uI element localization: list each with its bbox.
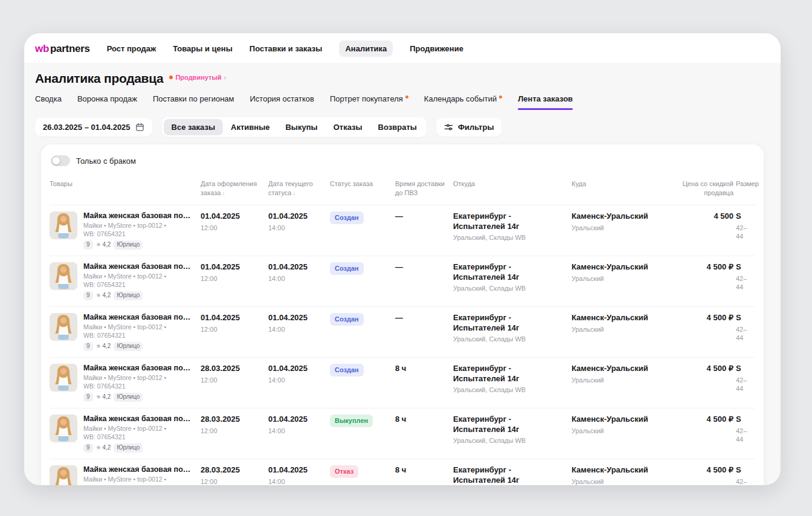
product-image[interactable] [50, 414, 77, 442]
from-region: Уральский, Склады WB [453, 436, 564, 445]
to-region: Уральский [572, 427, 671, 435]
tab-events-calendar[interactable]: Календарь событий [424, 94, 502, 110]
product-wb-code: WB: 07654321 [83, 230, 193, 238]
product-image[interactable] [50, 313, 77, 341]
price-cell: 4 500 ₽ [678, 262, 736, 300]
product-image[interactable] [50, 465, 77, 485]
to-location: Каменск-Уральский [572, 414, 671, 425]
from-location: Екатеринбург - Испытателей 14г [453, 364, 564, 384]
from-cell: Екатеринбург - Испытателей 14г Уральский… [453, 262, 572, 300]
quantity-badge: 9 [83, 291, 93, 300]
table-row[interactable]: Майка женская базовая под пи... Майки • … [50, 205, 755, 256]
table-row[interactable]: Майка женская базовая под пи... Майки • … [50, 408, 755, 459]
product-name[interactable]: Майка женская базовая под пи... [83, 313, 193, 322]
filter-buyouts[interactable]: Выкупы [277, 119, 325, 135]
tab-buyer-portrait[interactable]: Портрет покупателя [330, 94, 408, 110]
from-region: Уральский, Склады WB [453, 385, 564, 394]
table-row[interactable]: Майка женская базовая под пи... Майки • … [50, 459, 755, 485]
size-value: S [736, 262, 748, 273]
filter-declines[interactable]: Отказы [326, 119, 370, 135]
order-status-badge: Создан [330, 364, 364, 376]
delivery-time-cell: 8 ч [395, 414, 453, 453]
product-badges: 9 ★4,2 Юрлицо [83, 393, 193, 402]
size-cell: S 42–44 [736, 414, 755, 453]
tab-sales-funnel[interactable]: Воронка продаж [77, 94, 137, 110]
product-meta: Майки • MyStore • top-0012 • [83, 425, 193, 433]
column-header-to: Куда [572, 175, 678, 205]
filter-active[interactable]: Активные [223, 119, 277, 135]
delivery-time-cell: 8 ч [395, 465, 453, 485]
page-title: Аналитика продавца [35, 71, 163, 86]
filter-all-orders[interactable]: Все заказы [164, 119, 223, 135]
nav-item-sales-growth[interactable]: Рост продаж [107, 40, 156, 57]
wb-partners-logo[interactable]: wbpartners [35, 43, 90, 55]
order-time: 12:00 [201, 477, 261, 485]
size-cell: S 42–44 [736, 465, 755, 485]
product-name[interactable]: Майка женская базовая под пи... [83, 465, 193, 474]
table-row[interactable]: Майка женская базовая под пи... Майки • … [50, 256, 755, 307]
tab-label: Воронка продаж [77, 94, 137, 103]
nav-item-promotion[interactable]: Продвижение [410, 40, 463, 57]
rating-value: 4,2 [103, 292, 111, 298]
product-wb-code: WB: 07654321 [83, 332, 193, 340]
order-date-cell: 01.04.2025 12:00 [201, 211, 268, 250]
entity-badge: Юрлицо [114, 443, 143, 453]
tab-summary[interactable]: Сводка [35, 94, 62, 110]
tab-supplies-by-region[interactable]: Поставки по регионам [153, 94, 234, 110]
column-header-status-date[interactable]: Дата текущего статуса↓ [268, 175, 330, 205]
tab-stock-history[interactable]: История остатков [250, 94, 314, 110]
notification-dot-icon [499, 95, 502, 98]
notification-dot-icon [405, 95, 408, 98]
order-date: 28.03.2025 [201, 414, 261, 425]
product-image[interactable] [50, 211, 77, 239]
product-image[interactable] [50, 262, 77, 290]
product-photo-placeholder [50, 313, 77, 341]
delivery-time-cell: 8 ч [395, 364, 453, 402]
filter-bar: 26.03.2025 – 01.04.2025 Все заказы Актив… [35, 117, 770, 137]
product-wb-code: WB: 07654321 [83, 281, 193, 289]
from-cell: Екатеринбург - Испытателей 14г Уральский… [453, 414, 572, 453]
date-range-picker[interactable]: 26.03.2025 – 01.04.2025 [35, 118, 152, 137]
entity-badge: Юрлицо [114, 393, 143, 402]
plan-badge[interactable]: Продвинутый › [169, 74, 226, 81]
orders-table-card: Только с браком Товары Дата оформления з… [41, 144, 764, 485]
chevron-right-icon: › [224, 74, 227, 81]
nav-item-supplies-orders[interactable]: Поставки и заказы [250, 40, 323, 57]
price-value: 4 500 ₽ [678, 465, 733, 476]
from-region: Уральский, Склады WB [453, 335, 564, 343]
nav-item-goods-prices[interactable]: Товары и цены [173, 40, 233, 57]
price-value: 4 500 [678, 211, 733, 222]
status-time: 14:00 [268, 427, 323, 435]
tab-orders-feed[interactable]: Лента заказов [518, 94, 573, 110]
price-value: 4 500 ₽ [678, 364, 733, 374]
product-name[interactable]: Майка женская базовая под пи... [83, 211, 193, 221]
product-image[interactable] [50, 364, 77, 392]
filters-button[interactable]: Фильтры [436, 118, 502, 137]
product-cell: Майка женская базовая под пи... Майки • … [50, 211, 201, 250]
nav-item-analytics[interactable]: Аналитика [339, 40, 393, 57]
price-cell: 4 500 ₽ [678, 414, 736, 453]
product-name[interactable]: Майка женская базовая под пи... [83, 414, 193, 424]
delivery-time-value: — [395, 262, 446, 273]
filter-returns[interactable]: Возвраты [370, 119, 425, 135]
table-row[interactable]: Майка женская базовая под пи... Майки • … [50, 358, 755, 408]
page-header: Аналитика продавца Продвинутый › [35, 71, 770, 86]
size-range: 42–44 [736, 325, 748, 343]
from-cell: Екатеринбург - Испытателей 14г Уральский… [453, 313, 572, 351]
defect-only-toggle[interactable] [51, 155, 70, 166]
status-date-cell: 01.04.2025 14:00 [268, 414, 330, 453]
table-row[interactable]: Майка женская базовая под пи... Майки • … [50, 307, 755, 358]
column-header-order-date[interactable]: Дата оформления заказа↓ [201, 175, 268, 205]
status-date-cell: 01.04.2025 14:00 [268, 313, 330, 351]
product-badges: 9 ★4,2 Юрлицо [83, 291, 193, 300]
defect-toggle-label: Только с браком [76, 156, 136, 166]
size-cell: S 42–44 [736, 211, 755, 250]
top-nav: wbpartners Рост продаж Товары и цены Пос… [24, 33, 781, 63]
to-region: Уральский [572, 376, 671, 384]
product-name[interactable]: Майка женская базовая под пи... [83, 262, 193, 271]
product-meta: Майки • MyStore • top-0012 • [83, 222, 193, 230]
product-name[interactable]: Майка женская базовая под пи... [83, 364, 193, 373]
tab-label: Сводка [35, 94, 62, 103]
price-value: 4 500 ₽ [678, 262, 733, 273]
order-status-cell: Создан [330, 262, 395, 300]
